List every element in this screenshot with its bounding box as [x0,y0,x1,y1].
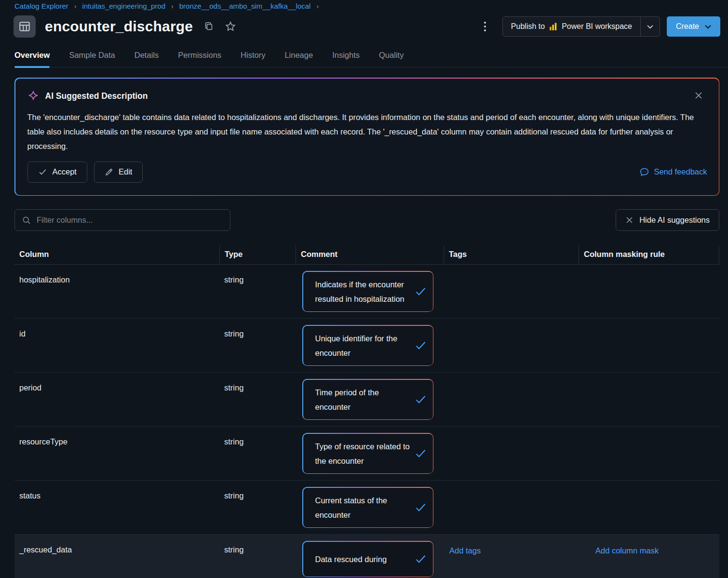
create-label: Create [676,22,699,31]
header-comment: Comment [296,245,444,264]
columns-table: Column Type Comment Tags Column masking … [14,245,719,578]
accept-comment-check-icon[interactable] [414,552,427,565]
accept-label: Accept [53,167,77,176]
tab-details[interactable]: Details [135,51,159,67]
accept-comment-check-icon[interactable] [414,339,427,352]
feedback-bubble-icon [639,167,649,177]
table-header-row: Column Type Comment Tags Column masking … [14,245,719,265]
comment-text: Unique identifier for the encounter [315,331,411,360]
copy-name-icon[interactable] [202,20,215,33]
breadcrumb-schema[interactable]: bronze__ods__ambo_sim__kafka__local [179,2,311,10]
page-title: encounter_discharge [45,18,193,35]
column-type: string [219,265,296,318]
tab-quality[interactable]: Quality [379,51,404,67]
comment-text: Current status of the encounter [315,493,411,522]
table-row: hospitalization string Indicates if the … [14,265,719,319]
column-type: string [219,427,296,480]
publish-prefix-label: Publish to [511,22,545,31]
column-type: string [219,319,296,372]
tab-lineage[interactable]: Lineage [284,51,313,67]
title-row: encounter_discharge Publish to [13,15,720,38]
favorite-star-icon[interactable] [224,20,237,33]
pencil-icon [105,168,113,176]
breadcrumb-separator: › [171,2,174,10]
header-column: Column [14,245,219,264]
send-feedback-label: Send feedback [654,167,707,176]
tab-insights[interactable]: Insights [332,51,360,67]
comment-text: Data rescued during [315,552,411,566]
edit-label: Edit [119,167,132,176]
tab-bar: Overview Sample Data Details Permissions… [14,51,728,67]
table-row: resourceType string Type of resource rel… [14,427,719,481]
publish-split-button: Publish to Power BI workspace [502,16,660,37]
search-icon [22,215,31,225]
header-masking-rule: Column masking rule [579,245,719,264]
breadcrumb-separator: › [316,2,319,10]
comment-text: Type of resource related to the encounte… [315,439,411,468]
comment-text: Indicates if the encounter resulted in h… [315,277,411,306]
tab-history[interactable]: History [241,51,265,67]
accept-button[interactable]: Accept [27,161,87,183]
breadcrumb-separator: › [74,2,77,10]
column-name: resourceType [14,427,219,480]
ai-description-text: The 'encounter_discharge' table contains… [27,110,707,153]
header-tags: Tags [444,245,579,264]
filter-columns-box [14,209,230,231]
x-icon [625,216,634,224]
column-type: string [219,481,296,534]
publish-suffix-label: Power BI workspace [562,22,632,31]
table-row: id string Unique identifier for the enco… [14,319,719,373]
catalog-explorer-page: Catalog Explorer › intuitas_engineering_… [0,0,728,578]
filter-columns-input[interactable] [37,215,223,225]
tab-sample-data[interactable]: Sample Data [69,51,115,67]
powerbi-icon [549,23,557,31]
add-tags-link[interactable]: Add tags [449,546,481,555]
ai-comment-suggestion: Unique identifier for the encounter [302,325,433,366]
tab-permissions[interactable]: Permissions [178,51,221,67]
columns-toolbar: Hide AI suggestions [14,209,719,231]
column-name: id [14,319,219,372]
ai-comment-suggestion: Time period of the encounter [302,379,433,420]
ai-comment-suggestion: Data rescued during [302,541,433,577]
ai-comment-suggestion: Current status of the encounter [302,487,433,528]
column-type: string [219,535,296,578]
ai-description-panel: AI Suggested Description The 'encounter_… [14,78,719,196]
header-type: Type [219,245,296,264]
tab-overview[interactable]: Overview [14,51,50,67]
column-name: _rescued_data [14,535,219,578]
breadcrumb: Catalog Explorer › intuitas_engineering_… [0,0,728,10]
column-type: string [219,373,296,426]
accept-comment-check-icon[interactable] [414,393,427,406]
hide-ai-suggestions-button[interactable]: Hide AI suggestions [616,209,719,231]
hide-ai-label: Hide AI suggestions [639,215,710,225]
breadcrumb-catalog[interactable]: intuitas_engineering_prod [82,2,165,10]
accept-comment-check-icon[interactable] [414,501,427,514]
create-button[interactable]: Create [667,16,720,37]
close-icon[interactable] [690,89,707,104]
more-actions-kebab-icon[interactable] [479,19,491,34]
ai-panel-title: AI Suggested Description [45,91,148,101]
column-name: status [14,481,219,534]
breadcrumb-catalog-explorer[interactable]: Catalog Explorer [14,2,68,10]
comment-text: Time period of the encounter [315,385,411,414]
edit-button[interactable]: Edit [94,161,143,183]
add-column-mask-link[interactable]: Add column mask [595,546,659,555]
table-row: period string Time period of the encount… [14,373,719,427]
chevron-down-icon [705,25,711,29]
check-icon [38,167,47,176]
table-row: status string Current status of the enco… [14,481,719,535]
ai-sparkle-icon [27,90,39,102]
accept-comment-check-icon[interactable] [414,447,427,460]
ai-comment-suggestion: Indicates if the encounter resulted in h… [302,271,433,312]
column-name: period [14,373,219,426]
table-icon [13,15,36,38]
publish-dropdown-chevron-icon[interactable] [640,17,660,36]
ai-comment-suggestion: Type of resource related to the encounte… [302,433,433,474]
publish-powerbi-button[interactable]: Publish to Power BI workspace [503,17,640,36]
column-name: hospitalization [14,265,219,318]
send-feedback-link[interactable]: Send feedback [639,167,707,177]
table-row: _rescued_data string Data rescued during… [14,535,719,578]
accept-comment-check-icon[interactable] [414,285,427,298]
